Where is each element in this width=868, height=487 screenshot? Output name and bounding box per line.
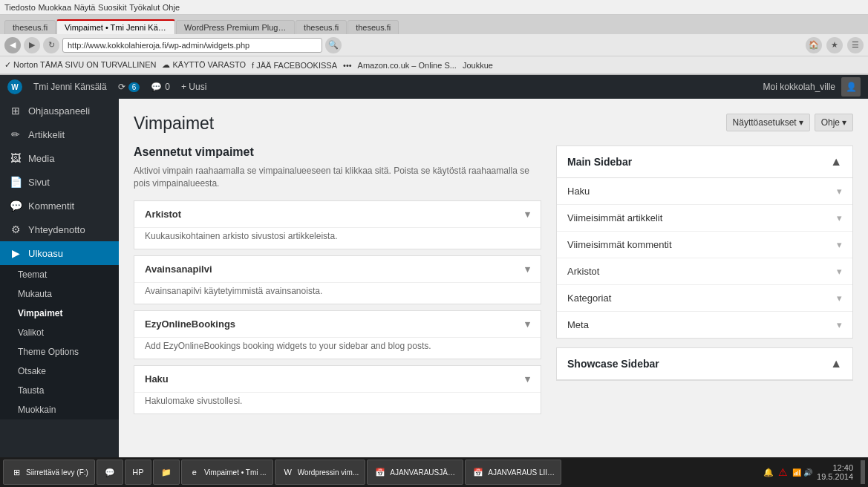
menu-item-muokkaa[interactable]: Muokkaa (38, 3, 71, 12)
list-item[interactable]: Meta ▾ (557, 312, 852, 338)
widget-header[interactable]: Haku ▾ (134, 366, 541, 392)
widget-header[interactable]: EzyOnlineBookings ▾ (134, 311, 541, 337)
menu-item-tiedosto[interactable]: Tiedosto (4, 3, 36, 12)
list-item[interactable]: Haku ▾ (557, 178, 852, 205)
list-item[interactable]: Arkistot ▾ (557, 258, 852, 285)
site-name[interactable]: Tmi Jenni Känsälä (33, 82, 107, 92)
updates-counter[interactable]: ⟳ 6 (118, 82, 140, 92)
taskbar-btn-cal1[interactable]: 📅AJANVARAUSJÄR... (367, 460, 463, 485)
browser-tab[interactable]: theseus.fi (296, 20, 347, 34)
sidebar-sub-item-theme-options[interactable]: Theme Options (0, 342, 119, 362)
browser-tab[interactable]: theseus.fi (4, 20, 56, 34)
widget-header[interactable]: Arkistot ▾ (134, 201, 541, 227)
wp-logo[interactable]: W (7, 79, 22, 94)
taskbar-btn-ie[interactable]: eVimpaimet • Tmi ... (181, 460, 273, 485)
alert-icon: ⚠ (778, 466, 788, 478)
new-content-button[interactable]: + Uusi (181, 82, 206, 92)
list-item[interactable]: Avainsanapilvi ▾ Avainsanapilvi käytetyi… (134, 255, 541, 304)
list-item[interactable]: Kategoriat ▾ (557, 285, 852, 312)
browser-menu-bar: Tiedosto Muokkaa Näytä Suosikit Työkalut… (0, 0, 868, 15)
chevron-down-icon: ▾ (525, 373, 530, 385)
list-item[interactable]: Viimeisimmät artikkelit ▾ (557, 205, 852, 232)
system-tray: 🔔 ⚠ 📶 🔊 12:40 19.5.2014 (763, 460, 865, 484)
sidebar-sub-item-tausta[interactable]: Tausta (0, 381, 119, 400)
widget-desc: Kuukausikohtainen arkisto sivustosi arti… (134, 227, 541, 249)
sidebar-sub-item-teemat[interactable]: Teemat (0, 265, 119, 284)
taskbar-btn-cal2[interactable]: 📅AJANVARAUS LIIT... (465, 460, 561, 485)
bookmarks-bar: ✓ Norton TÄMÄ SIVU ON TURVALLINEN ☁ KÄYT… (0, 56, 868, 74)
bookmark-item[interactable]: f JÄÄ FACEBOOKISSA (252, 61, 337, 70)
taskbar-buttons: ⊞Siirrettävä levy (F:)💬HP📁eVimpaimet • T… (3, 460, 561, 485)
reload-button[interactable]: ↻ (43, 37, 59, 53)
bookmark-item[interactable]: ✓ Norton TÄMÄ SIVU ON TURVALLINEN (4, 60, 156, 70)
sidebar-sub-item-muokkain[interactable]: Muokkain (0, 400, 119, 419)
taskbar-btn-hp[interactable]: HP (125, 460, 151, 485)
hp-icon: HP (131, 465, 145, 479)
chevron-up-icon[interactable]: ▲ (830, 357, 842, 370)
sidebar-panel: Showcase Sidebar ▲ (556, 347, 853, 381)
installed-widgets-panel: Asennetut vimpaimet Aktivoi vimpain raah… (134, 146, 541, 420)
tools-icon[interactable]: ☰ (847, 37, 864, 53)
installed-widgets-desc: Aktivoi vimpain raahaamalla se vimpainal… (134, 165, 541, 190)
back-button[interactable]: ◀ (4, 37, 21, 53)
browser-tab[interactable]: theseus.fi (347, 20, 399, 34)
list-item[interactable]: EzyOnlineBookings ▾ Add EzyOnlineBooking… (134, 310, 541, 359)
sidebar-panel-header[interactable]: Showcase Sidebar ▲ (557, 348, 852, 380)
sidebar-sub-item-mukauta[interactable]: Mukauta (0, 284, 119, 304)
clock: 12:40 19.5.2014 (817, 463, 853, 481)
menu-item-suosikit[interactable]: Suosikit (98, 3, 127, 12)
menu-item-ohje[interactable]: Ohje (163, 3, 180, 12)
content-header: Vimpaimet Näyttöasetukset ▾ Ohje ▾ (134, 114, 853, 134)
favorites-icon[interactable]: ★ (826, 37, 843, 53)
list-item[interactable]: Arkistot ▾ Kuukausikohtainen arkisto siv… (134, 200, 541, 249)
sidebar-panel-title: Showcase Sidebar (567, 358, 659, 370)
bookmark-item[interactable]: Amazon.co.uk – Online S... (358, 61, 457, 70)
chevron-down-icon: ▾ (799, 117, 803, 128)
sidebar-item-media[interactable]: 🖼Media (0, 146, 119, 170)
display-settings-button[interactable]: Näyttöasetukset ▾ (726, 114, 810, 131)
sidebar-item-ulkoasu[interactable]: ▶Ulkoasu (0, 241, 119, 265)
comments-icon: 💬 (151, 82, 162, 92)
forward-button[interactable]: ▶ (24, 37, 40, 53)
sidebar-item-artikkelit[interactable]: ✏Artikkelit (0, 122, 119, 146)
browser-tab[interactable]: Vimpaimet • Tmi Jenni Kän... × (56, 19, 175, 34)
search-button[interactable]: 🔍 (325, 37, 342, 53)
widget-header[interactable]: Avainsanapilvi ▾ (134, 256, 541, 282)
sidebar-item-yhteydenotto[interactable]: ⚙Yhteydenotto (0, 218, 119, 241)
menu-item-näytä[interactable]: Näytä (74, 3, 96, 12)
widget-list: Arkistot ▾ Kuukausikohtainen arkisto siv… (134, 200, 541, 414)
comments-counter[interactable]: 💬 0 (151, 82, 170, 92)
taskbar-btn-file[interactable]: 📁 (153, 460, 180, 485)
sidebar-item-ohjauspaneeli[interactable]: ⊞Ohjauspaneeli (0, 99, 119, 122)
home-icon[interactable]: 🏠 (806, 37, 822, 53)
sidebar-sub-item-otsake[interactable]: Otsake (0, 362, 119, 381)
sidebar-item-kommentit[interactable]: 💬Kommentit (0, 194, 119, 218)
menu-item-työkalut[interactable]: Työkalut (129, 3, 160, 12)
start-icon: ⊞ (10, 465, 23, 479)
bookmark-item[interactable]: ☁ KÄYTTÖ VARASTO (162, 60, 246, 70)
bookmark-item[interactable]: Joukkue (463, 61, 493, 70)
taskbar-btn-chat[interactable]: 💬 (97, 460, 123, 485)
help-button[interactable]: Ohje ▾ (815, 114, 853, 131)
ulkoasu-icon: ▶ (9, 247, 22, 259)
show-desktop-icon[interactable] (861, 460, 865, 484)
chevron-down-icon: ▾ (837, 266, 842, 277)
widget-desc: Avainsanapilvi käytetyimmistä avainsanoi… (134, 282, 541, 304)
browser-tab[interactable]: WordPress Premium Plugins (176, 20, 295, 34)
address-bar[interactable]: http://www.kokkolahieroja.fi/wp-admin/wi… (62, 38, 322, 53)
taskbar-btn-start[interactable]: ⊞Siirrettävä levy (F:) (3, 460, 95, 485)
bookmark-item[interactable]: ••• (343, 61, 352, 70)
sidebar-item-sivut[interactable]: 📄Sivut (0, 170, 119, 194)
sidebar-panel-header[interactable]: Main Sidebar ▲ (557, 146, 852, 178)
screen-options: Näyttöasetukset ▾ Ohje ▾ (726, 114, 853, 131)
notification-icon: 🔔 (763, 468, 774, 477)
chevron-up-icon[interactable]: ▲ (830, 155, 842, 169)
taskbar-btn-wp1[interactable]: WWordpressin vim... (275, 460, 366, 485)
sidebar-sub-item-valikot[interactable]: Valikot (0, 323, 119, 342)
user-info[interactable]: Moi kokkolah_ville 👤 (763, 77, 861, 97)
list-item[interactable]: Viimeisimmät kommentit ▾ (557, 232, 852, 258)
list-item[interactable]: Haku ▾ Hakulomake sivustollesi. (134, 365, 541, 414)
sidebar-sub-item-vimpaimet[interactable]: Vimpaimet (0, 304, 119, 323)
chevron-down-icon: ▾ (837, 186, 842, 197)
browser-menu-items: Tiedosto Muokkaa Näytä Suosikit Työkalut… (4, 1, 180, 13)
